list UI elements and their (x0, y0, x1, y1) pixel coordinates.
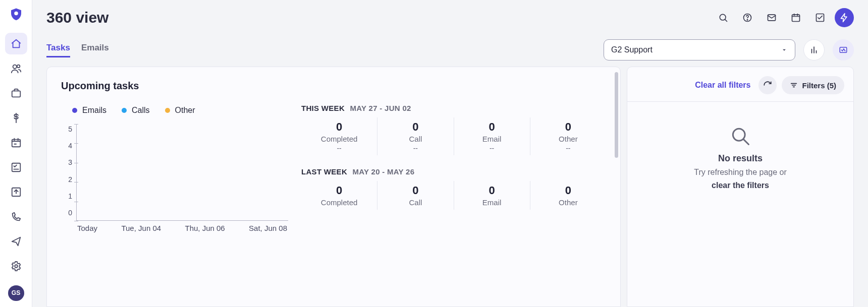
clear-filters-link[interactable]: clear the filters (712, 181, 769, 190)
team-select-value: G2 Support (611, 45, 653, 54)
search-icon (718, 13, 728, 23)
svg-point-1 (13, 65, 16, 68)
clear-filters-button[interactable]: Clear all filters (692, 80, 753, 90)
chevron-down-icon (781, 46, 788, 53)
legend-calls: Calls (122, 106, 150, 115)
nav-home[interactable] (5, 33, 27, 54)
stat-other: 0 Other -- (530, 117, 606, 155)
mail-button[interactable] (762, 8, 781, 27)
filters-button[interactable]: Filters (5) (782, 76, 844, 94)
tab-emails[interactable]: Emails (81, 43, 109, 57)
last-week-label: LAST WEEK MAY 20 - MAY 26 (301, 167, 606, 176)
filter-icon (790, 81, 798, 89)
svg-point-0 (14, 11, 18, 15)
stat-email: 0 Email -- (454, 117, 530, 155)
legend-other-label: Other (175, 106, 195, 115)
no-results-line: Try refreshing the page or (694, 168, 787, 177)
activity-toggle-button[interactable] (833, 39, 854, 60)
filters-button-label: Filters (5) (802, 81, 836, 90)
stat-other: 0 Other (530, 181, 606, 210)
stat-call: 0 Call -- (377, 117, 454, 155)
nav-phone[interactable] (5, 206, 27, 228)
filters-panel: Clear all filters Filters (5) No results… (627, 67, 854, 307)
upcoming-title: Upcoming tasks (61, 80, 606, 92)
svg-rect-4 (12, 140, 20, 147)
topbar: 360 view (32, 0, 868, 27)
nav-calendar[interactable] (5, 132, 27, 153)
bolt-icon (839, 13, 849, 23)
chart-toggle-button[interactable] (803, 39, 825, 60)
stat-completed: 0 Completed -- (301, 117, 377, 155)
task-icon (815, 13, 825, 23)
dot-icon (122, 108, 127, 113)
nav-settings[interactable] (5, 256, 27, 277)
legend-calls-label: Calls (132, 106, 150, 115)
tabs: Tasks Emails (46, 43, 109, 57)
chart: 5 4 3 2 1 0 (61, 124, 288, 235)
phone-icon (11, 211, 22, 222)
nav-briefcase[interactable] (5, 82, 27, 104)
legend-other: Other (165, 106, 195, 115)
legend-emails: Emails (72, 106, 106, 115)
main: 360 view (32, 0, 868, 307)
bar-chart-icon (809, 45, 819, 54)
sidebar: GS (0, 0, 32, 307)
svg-rect-3 (12, 91, 20, 97)
app-logo (8, 6, 25, 23)
svg-point-8 (720, 14, 726, 20)
calendar-top-icon (791, 13, 801, 23)
stat-call: 0 Call (377, 181, 454, 210)
outbox-icon (11, 187, 22, 198)
no-results: No results Try refreshing the page or cl… (627, 102, 853, 213)
svg-point-10 (747, 20, 747, 20)
help-icon (742, 13, 752, 23)
svg-rect-12 (792, 15, 800, 21)
no-results-title: No results (718, 153, 763, 164)
home-icon (11, 38, 22, 49)
scrollbar[interactable] (615, 72, 618, 158)
this-week-stats: 0 Completed -- 0 Call -- (301, 117, 606, 155)
dot-icon (165, 108, 170, 113)
user-avatar[interactable]: GS (8, 285, 24, 301)
nav-people[interactable] (5, 57, 27, 79)
mail-icon (767, 13, 777, 23)
search-button[interactable] (714, 8, 733, 27)
send-icon (11, 236, 22, 247)
search-large-icon (729, 125, 751, 147)
page-title: 360 view (46, 9, 707, 26)
this-week-label: THIS WEEK MAY 27 - JUN 02 (301, 104, 606, 112)
team-select[interactable]: G2 Support (604, 39, 795, 60)
stat-email: 0 Email (454, 181, 530, 210)
nav-checklist[interactable] (5, 157, 27, 178)
calendar-icon (11, 137, 22, 148)
chart-yaxis: 5 4 3 2 1 0 (61, 124, 76, 228)
svg-point-7 (15, 265, 18, 268)
upcoming-tasks-panel: Upcoming tasks Emails Calls (46, 67, 621, 307)
svg-rect-5 (12, 163, 20, 172)
stat-completed: 0 Completed (301, 181, 377, 210)
refresh-icon (763, 81, 772, 90)
dollar-icon (11, 112, 22, 124)
calendar-button[interactable] (786, 8, 805, 27)
briefcase-icon (11, 88, 22, 99)
checklist-icon (11, 162, 22, 173)
chart-legend: Emails Calls Other (72, 106, 288, 115)
dot-icon (72, 108, 77, 113)
nav-dollar[interactable] (5, 107, 27, 129)
activity-icon (839, 45, 848, 54)
tab-tasks[interactable]: Tasks (46, 43, 70, 57)
help-button[interactable] (738, 8, 757, 27)
gear-icon (11, 261, 22, 272)
quick-action-button[interactable] (835, 8, 854, 27)
last-week-stats: 0 Completed 0 Call 0 Email (301, 181, 606, 210)
people-icon (11, 63, 22, 74)
svg-point-2 (17, 65, 20, 68)
nav-send[interactable] (5, 231, 27, 253)
legend-emails-label: Emails (82, 106, 106, 115)
chart-xaxis: Today Tue, Jun 04 Thu, Jun 06 Sat, Jun 0… (76, 224, 288, 235)
refresh-button[interactable] (758, 76, 777, 94)
nav-outbox[interactable] (5, 181, 27, 203)
tasks-button[interactable] (810, 8, 830, 27)
